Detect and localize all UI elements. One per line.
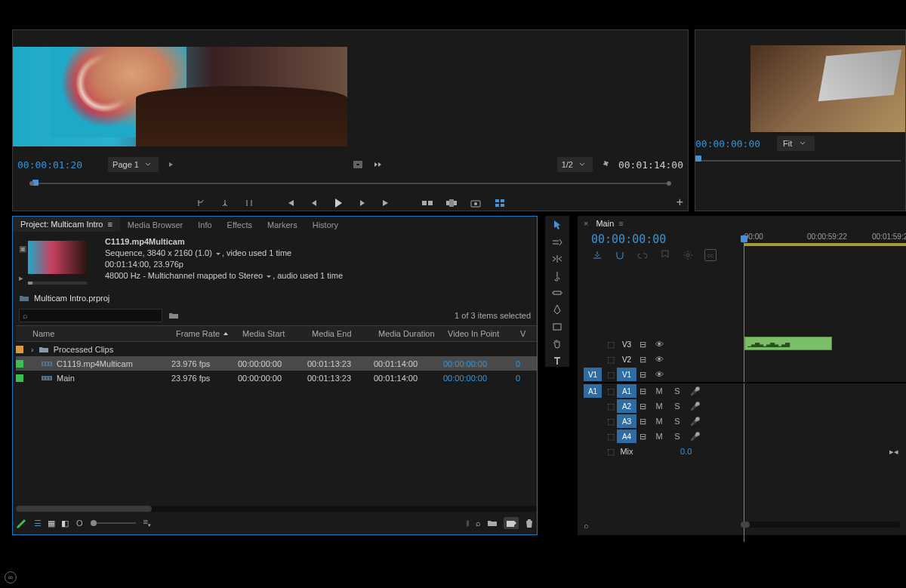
sync-lock-icon[interactable]: ⊟ [636, 402, 649, 411]
solo-icon[interactable]: S [671, 402, 683, 411]
mute-icon[interactable]: M [653, 386, 665, 396]
col-media-end[interactable]: Media End [307, 329, 374, 338]
lock-icon[interactable]: ⬚ [605, 417, 617, 426]
mute-icon[interactable]: M [653, 432, 665, 442]
track-select-tool-icon[interactable] [550, 236, 565, 248]
tab-effects[interactable]: Effects [220, 217, 260, 232]
marker-icon[interactable] [659, 249, 671, 261]
voice-icon[interactable]: 🎤 [689, 402, 701, 411]
automate-icon[interactable]: ⦀ [466, 519, 470, 528]
source-patch[interactable] [584, 399, 602, 413]
col-video-out[interactable]: V [516, 329, 534, 338]
out-point-icon[interactable] [371, 158, 384, 171]
find-icon[interactable]: ⌕ [476, 519, 481, 528]
program-ruler[interactable] [695, 154, 901, 168]
export-frame-icon[interactable] [468, 196, 483, 210]
creative-cloud-icon[interactable]: ∞ [5, 571, 17, 583]
rectangle-tool-icon[interactable] [550, 321, 565, 333]
tab-media-browser[interactable]: Media Browser [120, 217, 190, 232]
page-selector[interactable]: Page 1 [108, 157, 159, 172]
nest-icon[interactable] [591, 249, 603, 261]
step-back-icon[interactable] [307, 196, 322, 210]
caption-icon[interactable]: cc [704, 249, 716, 261]
settings-icon[interactable] [599, 158, 612, 171]
track-target[interactable]: V1 [617, 368, 636, 381]
mix-value[interactable]: 0.0 [680, 447, 692, 456]
table-row[interactable]: ›Processed Clips [16, 342, 537, 356]
source-ruler[interactable] [17, 177, 683, 190]
mark-out-icon[interactable] [217, 196, 233, 210]
settings-icon[interactable] [682, 249, 694, 261]
pixel-aspect-dropdown[interactable] [214, 248, 220, 259]
lock-icon[interactable]: ⬚ [605, 447, 617, 457]
selection-tool-icon[interactable] [550, 219, 565, 231]
table-row[interactable]: C1119.mp4Multicam23.976 fps00:00:00:0000… [16, 356, 537, 371]
play-forward-icon[interactable] [165, 158, 178, 171]
search-input[interactable]: ⌕ [19, 309, 162, 322]
thumbnail-size-slider[interactable] [91, 522, 136, 524]
lock-icon[interactable]: ⬚ [605, 386, 617, 396]
timeline-ruler[interactable]: :00:00 00:00:59:22 00:01:59:21 [742, 232, 906, 269]
label-swatch[interactable] [16, 360, 23, 368]
voice-icon[interactable]: 🎤 [689, 432, 701, 442]
lock-icon[interactable]: ⬚ [605, 370, 617, 380]
go-to-out-icon[interactable] [379, 196, 394, 210]
icon-view-icon[interactable]: ▦ [48, 519, 55, 528]
new-item-icon[interactable] [16, 518, 26, 528]
solo-icon[interactable]: S [671, 386, 683, 396]
horizontal-scrollbar[interactable] [16, 506, 537, 512]
slip-tool-icon[interactable] [550, 287, 565, 299]
solo-icon[interactable]: S [671, 432, 683, 442]
col-media-start[interactable]: Media Start [238, 329, 307, 338]
filter-bin-icon[interactable] [167, 309, 180, 322]
resolution-selector[interactable]: 1/2 [557, 157, 593, 172]
voice-icon[interactable]: 🎤 [689, 386, 701, 396]
source-patch[interactable] [584, 337, 602, 351]
track-target[interactable]: A4 [617, 429, 636, 443]
lock-icon[interactable]: ⬚ [605, 340, 617, 349]
source-timecode-left[interactable]: 00:00:01:20 [17, 159, 82, 171]
mute-icon[interactable]: M [653, 417, 665, 426]
eye-icon[interactable]: 👁 [653, 340, 665, 349]
overwrite-icon[interactable] [444, 196, 459, 210]
breadcrumb[interactable]: Multicam Intro.prproj [19, 294, 109, 303]
voice-icon[interactable]: 🎤 [689, 417, 701, 426]
pen-tool-icon[interactable] [550, 303, 565, 316]
linked-selection-icon[interactable] [636, 249, 649, 261]
sync-lock-icon[interactable]: ⊟ [636, 340, 649, 349]
panel-menu-icon[interactable]: ≡ [618, 219, 623, 228]
play-icon[interactable] [331, 196, 346, 210]
track-target[interactable]: A3 [617, 414, 636, 428]
insert-icon[interactable] [420, 196, 435, 210]
audio-channel-dropdown[interactable] [264, 270, 271, 282]
tab-markers[interactable]: Markers [260, 217, 305, 232]
playhead-icon[interactable] [695, 155, 701, 162]
label-swatch[interactable] [16, 374, 23, 382]
ripple-edit-tool-icon[interactable] [550, 253, 565, 265]
program-timecode[interactable]: 00:00:00:00 [695, 138, 760, 149]
lock-icon[interactable]: ⬚ [605, 432, 617, 442]
sync-lock-icon[interactable]: ⊟ [636, 370, 649, 380]
track-target[interactable]: V3 [617, 337, 636, 351]
col-video-in[interactable]: Video In Point [443, 329, 516, 338]
sequence-tab[interactable]: × Main ≡ [584, 216, 624, 231]
track-target[interactable]: V2 [617, 352, 636, 366]
mute-icon[interactable]: M [653, 402, 665, 411]
col-media-duration[interactable]: Media Duration [374, 329, 443, 338]
sync-lock-icon[interactable]: ⊟ [636, 355, 649, 365]
source-patch[interactable] [584, 429, 602, 443]
play-thumb-icon[interactable]: ▸ [19, 273, 23, 283]
lock-icon[interactable]: ⬚ [605, 355, 617, 365]
panel-menu-icon[interactable]: ≡ [107, 220, 112, 229]
close-icon[interactable]: × [584, 219, 588, 228]
step-forward-icon[interactable] [355, 196, 370, 210]
source-patch[interactable] [584, 352, 602, 366]
col-name[interactable]: Name [28, 329, 171, 338]
table-row[interactable]: Main23.976 fps00:00:00:0000:01:13:2300:0… [16, 371, 537, 385]
sync-lock-icon[interactable]: ⊟ [636, 417, 649, 426]
go-to-in-icon[interactable] [282, 196, 297, 210]
source-patch[interactable]: A1 [584, 384, 602, 398]
source-timecode-right[interactable]: 00:01:14:00 [618, 159, 683, 171]
hand-tool-icon[interactable] [550, 337, 565, 349]
snap-icon[interactable] [614, 249, 626, 261]
